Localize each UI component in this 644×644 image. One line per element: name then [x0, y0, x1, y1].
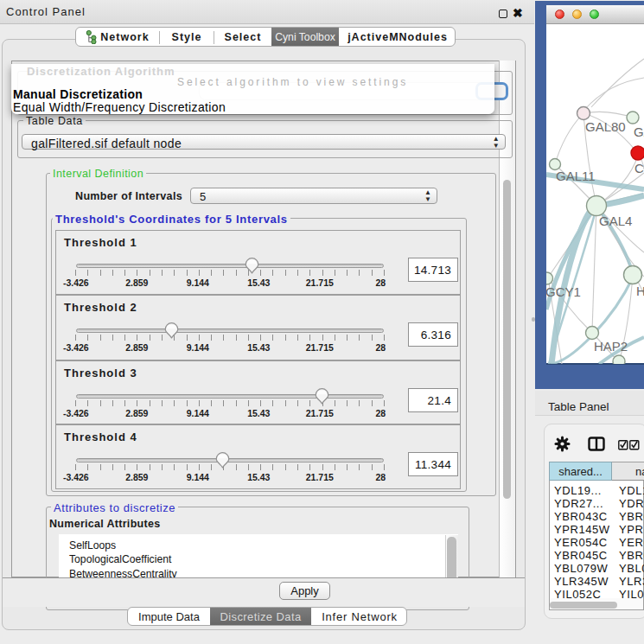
svg-text:GAL4: GAL4	[599, 214, 632, 228]
svg-text:GAL11: GAL11	[556, 169, 596, 183]
svg-text:C: C	[634, 161, 644, 175]
svg-text:GA: GA	[634, 124, 644, 139]
svg-text:GAL80: GAL80	[585, 119, 626, 134]
svg-text:HAP2: HAP2	[594, 339, 628, 354]
svg-text:GCY1: GCY1	[546, 284, 581, 299]
svg-text:H: H	[636, 284, 644, 298]
